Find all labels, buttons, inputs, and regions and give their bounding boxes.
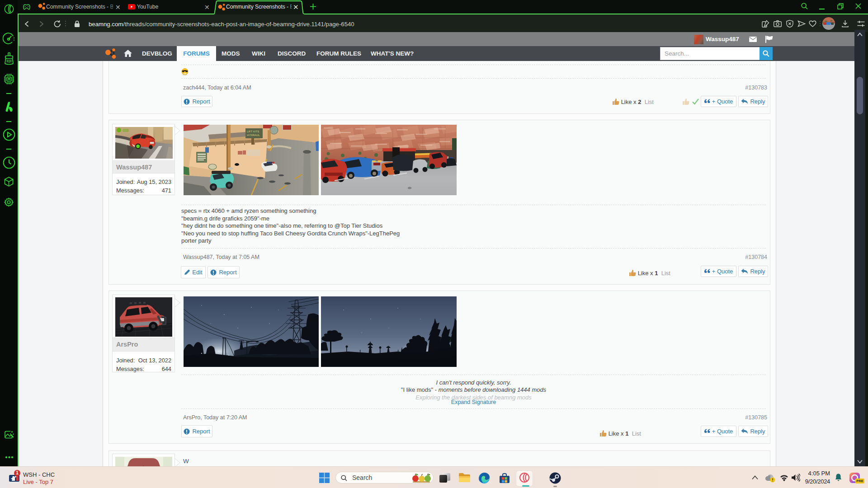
svg-text:HYDRAUL: HYDRAUL — [247, 134, 260, 136]
svg-text:LIFT KITS: LIFT KITS — [247, 130, 259, 133]
